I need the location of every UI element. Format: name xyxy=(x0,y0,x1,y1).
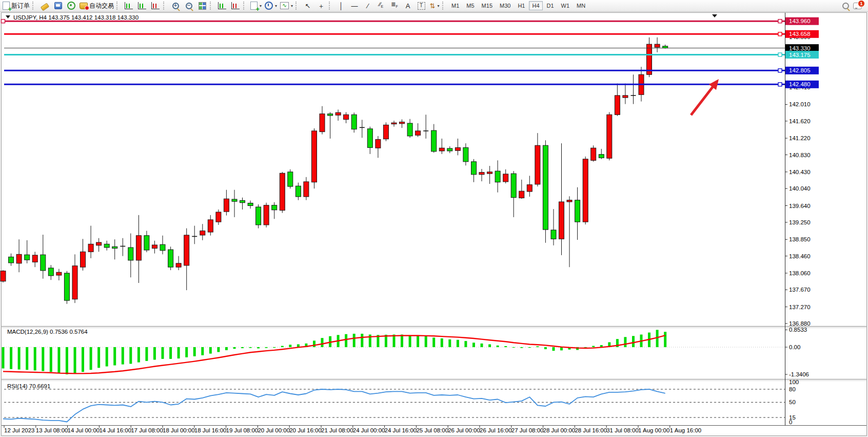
price-badge: 142.805 xyxy=(785,67,819,74)
chat-icon[interactable]: 1 xyxy=(853,3,862,9)
zoom-out-button[interactable] xyxy=(182,1,195,11)
svg-text:137.270: 137.270 xyxy=(789,304,811,310)
rsi-label: RSI(14) 70.6691 xyxy=(7,383,50,389)
toolbar-grip xyxy=(32,2,36,10)
candle-chart-icon xyxy=(138,2,146,9)
time-axis-labels: 12 Jul 202313 Jul 08:0014 Jul 00:0014 Ju… xyxy=(4,426,701,433)
zoom-out-icon xyxy=(186,3,192,9)
timeframe-h4[interactable]: H4 xyxy=(529,1,542,10)
period-button[interactable]: ▾ xyxy=(263,1,279,11)
svg-text:13 Jul 08:00: 13 Jul 08:00 xyxy=(36,427,68,433)
period-icon xyxy=(265,2,273,10)
price-badge: 143.330 xyxy=(785,44,819,52)
svg-text:17 Jul 08:00: 17 Jul 08:00 xyxy=(131,427,163,433)
crosshair-button[interactable]: ＋ xyxy=(314,1,328,11)
svg-text:142.805: 142.805 xyxy=(789,67,811,73)
channel-button[interactable]: ∕∕E xyxy=(374,1,388,11)
hline-anchor[interactable] xyxy=(2,20,5,23)
toolbar-grip xyxy=(329,2,332,10)
svg-text:136.880: 136.880 xyxy=(789,320,811,327)
auto-trading-button[interactable]: 自动交易 xyxy=(78,1,115,11)
fibonacci-icon: ≣F xyxy=(391,1,398,10)
publisher-button[interactable] xyxy=(51,1,65,11)
vertical-line-button[interactable]: │ xyxy=(334,1,348,11)
label-icon: T xyxy=(418,2,425,10)
horizontal-line-icon: — xyxy=(351,3,358,9)
new-chart-button[interactable]: ▾ xyxy=(249,1,263,11)
bar-chart-button[interactable] xyxy=(122,1,135,11)
auto-trading-icon xyxy=(80,3,88,9)
timeframe-w1[interactable]: W1 xyxy=(558,1,573,10)
rsi-tick: 0 xyxy=(789,419,792,425)
toolbar: 新订单 自动交易 ▾ ▾ ∿▾ ↖ ＋ │ — ∕ ∕∕E ≣F A T ⇅▾ … xyxy=(0,0,868,12)
line-chart-button[interactable] xyxy=(149,1,162,11)
crayon-icon xyxy=(40,3,49,11)
line-chart-icon xyxy=(151,2,160,9)
auto-scroll-icon xyxy=(218,2,226,9)
text-button[interactable]: A xyxy=(401,1,415,11)
trendline-icon: ∕ xyxy=(367,3,368,9)
cursor-button[interactable]: ↖ xyxy=(301,1,314,11)
hline-handle[interactable] xyxy=(778,83,782,86)
svg-text:140.430: 140.430 xyxy=(789,169,811,175)
publisher-icon xyxy=(54,2,62,9)
chart-window[interactable]: 143.590142.410142.010141.620141.220140.8… xyxy=(0,0,868,437)
label-button[interactable]: T xyxy=(415,1,428,11)
rsi-tick: 50 xyxy=(789,399,796,405)
chevron-down-icon: ▾ xyxy=(291,4,293,8)
fibonacci-button[interactable]: ≣F xyxy=(388,1,401,11)
price-badge: 143.960 xyxy=(785,17,819,25)
arrows-button[interactable]: ⇅▾ xyxy=(428,1,441,11)
trendline-button[interactable]: ∕ xyxy=(361,1,374,11)
svg-text:18 Jul 00:00: 18 Jul 00:00 xyxy=(163,427,195,433)
price-badge: 143.175 xyxy=(785,51,819,59)
new-order-label: 新订单 xyxy=(11,2,30,10)
hline-handle[interactable] xyxy=(778,53,782,56)
toolbar-grip xyxy=(210,2,213,10)
zoom-in-button[interactable] xyxy=(169,1,182,11)
chart-title: USDJPY, H4 143.375 143.412 143.318 143.3… xyxy=(13,14,139,21)
search-icon[interactable] xyxy=(842,3,849,9)
svg-text:14 Jul 16:00: 14 Jul 16:00 xyxy=(99,427,131,433)
candle-chart-button[interactable] xyxy=(135,1,149,11)
toolbar-grip xyxy=(442,2,446,10)
toolbar-grip xyxy=(116,2,120,10)
signal-button[interactable] xyxy=(65,1,78,11)
svg-text:142.010: 142.010 xyxy=(789,101,811,107)
timeframe-bar: M1M5M15M30H1H4D1W1MN xyxy=(448,1,589,10)
svg-text:140.830: 140.830 xyxy=(789,152,811,158)
svg-text:139.640: 139.640 xyxy=(789,203,811,209)
timeframe-h1[interactable]: H1 xyxy=(515,1,528,10)
svg-text:143.658: 143.658 xyxy=(789,31,811,37)
chevron-down-icon: ▾ xyxy=(275,4,277,8)
svg-text:143.175: 143.175 xyxy=(789,52,811,58)
timeframe-m30[interactable]: M30 xyxy=(497,1,514,10)
hline-handle[interactable] xyxy=(778,20,782,23)
chart-window-frame xyxy=(2,13,867,436)
hline-handle[interactable] xyxy=(778,32,782,36)
timeframe-mn[interactable]: MN xyxy=(574,1,588,10)
hline-handle[interactable] xyxy=(778,69,782,72)
auto-scroll-button[interactable] xyxy=(215,1,229,11)
svg-text:14 Jul 00:00: 14 Jul 00:00 xyxy=(68,427,100,433)
svg-text:143.330: 143.330 xyxy=(789,45,811,51)
horizontal-line-button[interactable]: — xyxy=(348,1,361,11)
new-order-button[interactable]: 新订单 xyxy=(1,1,31,11)
timeframe-d1[interactable]: D1 xyxy=(544,1,557,10)
cursor-icon: ↖ xyxy=(305,3,311,9)
svg-text:31 Jul 08:00: 31 Jul 08:00 xyxy=(606,427,639,433)
crayon-button[interactable] xyxy=(38,1,51,11)
timeframe-m15[interactable]: M15 xyxy=(479,1,496,10)
tile-windows-button[interactable] xyxy=(195,1,209,11)
chevron-down-icon: ▾ xyxy=(260,4,262,8)
svg-text:1 Aug 00:00: 1 Aug 00:00 xyxy=(638,427,669,433)
template-button[interactable]: ∿▾ xyxy=(279,1,294,11)
toolbar-grip xyxy=(295,2,299,10)
svg-text:138.460: 138.460 xyxy=(789,253,811,259)
chart-shift-button[interactable] xyxy=(229,1,242,11)
timeframe-m1[interactable]: M1 xyxy=(448,1,462,10)
svg-text:137.670: 137.670 xyxy=(789,287,811,293)
svg-text:28 Jul 16:00: 28 Jul 16:00 xyxy=(575,427,607,433)
svg-text:26 Jul 16:00: 26 Jul 16:00 xyxy=(480,427,512,433)
timeframe-m5[interactable]: M5 xyxy=(463,1,477,10)
